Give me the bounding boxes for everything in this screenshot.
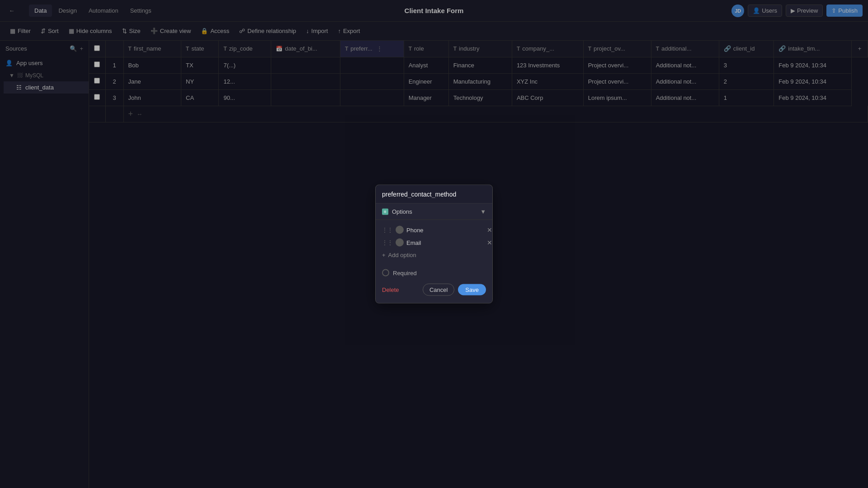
- drag-handle-phone[interactable]: ⋮⋮: [382, 227, 393, 233]
- add-option-button[interactable]: + Add option: [382, 249, 486, 261]
- required-radio[interactable]: [382, 269, 389, 277]
- option-input-phone[interactable]: [406, 226, 482, 233]
- save-button[interactable]: Save: [458, 284, 486, 296]
- field-name-input[interactable]: [376, 185, 492, 204]
- type-name: Options: [392, 208, 412, 215]
- drag-handle-email[interactable]: ⋮⋮: [382, 239, 393, 246]
- cancel-button[interactable]: Cancel: [423, 284, 454, 296]
- delete-button[interactable]: Delete: [382, 286, 399, 293]
- options-list: ⋮⋮ ✕ ⋮⋮ ✕ + Add option: [376, 220, 492, 265]
- add-option-plus-icon: +: [382, 252, 386, 258]
- option-color-phone[interactable]: [396, 226, 404, 234]
- field-type-selector[interactable]: ≡ Options ▼: [376, 204, 492, 220]
- popup-actions: Delete Cancel Save: [376, 278, 492, 296]
- chevron-down-icon: ▼: [480, 208, 486, 215]
- option-input-email[interactable]: [406, 239, 482, 246]
- required-label: Required: [393, 269, 417, 276]
- option-color-email[interactable]: [396, 239, 404, 247]
- remove-option-phone[interactable]: ✕: [485, 225, 494, 235]
- field-type-label: ≡ Options: [382, 208, 412, 215]
- option-row-phone: ⋮⋮ ✕: [382, 224, 486, 236]
- remove-option-email[interactable]: ✕: [485, 238, 494, 247]
- add-option-label: Add option: [388, 252, 416, 258]
- options-type-icon: ≡: [382, 208, 388, 215]
- required-row: Required: [376, 265, 492, 278]
- column-editor-popup: ≡ Options ▼ ⋮⋮ ✕ ⋮⋮ ✕ + Add option Requi…: [375, 185, 493, 304]
- option-row-email: ⋮⋮ ✕: [382, 236, 486, 249]
